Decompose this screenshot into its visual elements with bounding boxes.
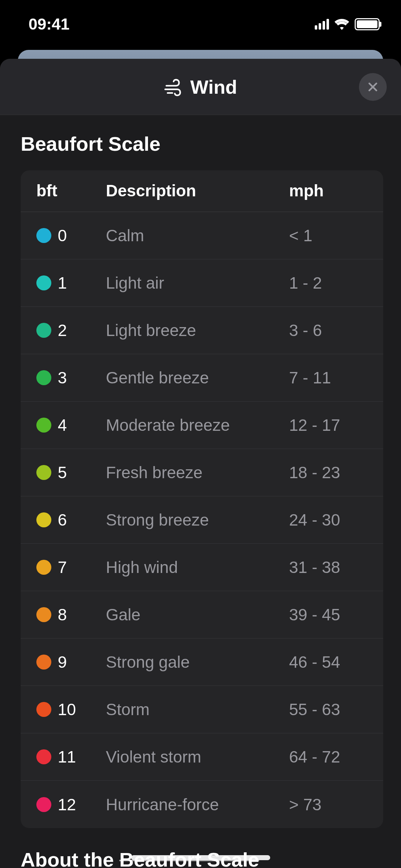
severity-dot-icon (36, 228, 51, 243)
status-bar: 09:41 (0, 0, 401, 43)
cell-description: Light breeze (106, 321, 289, 340)
table-row: 0Calm< 1 (21, 212, 383, 259)
severity-dot-icon (36, 749, 51, 764)
status-time: 09:41 (29, 15, 70, 33)
cell-bft: 7 (36, 558, 106, 577)
severity-dot-icon (36, 607, 51, 622)
cell-mph: 7 - 11 (289, 368, 367, 387)
table-row: 1Light air1 - 2 (21, 259, 383, 307)
table-row: 9Strong gale46 - 54 (21, 639, 383, 686)
bft-value: 1 (58, 273, 67, 293)
bft-value: 11 (58, 747, 76, 766)
cell-bft: 0 (36, 226, 106, 245)
bft-value: 9 (58, 652, 67, 672)
bft-value: 8 (58, 605, 67, 624)
cellular-signal-icon (315, 19, 329, 30)
bft-value: 4 (58, 415, 67, 435)
table-row: 10Storm55 - 63 (21, 686, 383, 733)
severity-dot-icon (36, 323, 51, 338)
cell-description: Fresh breeze (106, 463, 289, 482)
table-row: 7High wind31 - 38 (21, 544, 383, 591)
cell-bft: 9 (36, 652, 106, 672)
severity-dot-icon (36, 797, 51, 812)
wind-icon (164, 77, 183, 97)
severity-dot-icon (36, 655, 51, 670)
sheet-header: Wind (0, 59, 401, 115)
cell-bft: 6 (36, 510, 106, 529)
header-description: Description (106, 181, 289, 200)
severity-dot-icon (36, 512, 51, 527)
severity-dot-icon (36, 370, 51, 385)
section-title: Beaufort Scale (21, 132, 383, 155)
table-row: 5Fresh breeze18 - 23 (21, 449, 383, 496)
status-icons (315, 18, 380, 30)
table-row: 3Gentle breeze7 - 11 (21, 354, 383, 402)
bft-value: 6 (58, 510, 67, 529)
table-row: 6Strong breeze24 - 30 (21, 496, 383, 544)
header-title: Wind (190, 76, 237, 98)
cell-description: Strong gale (106, 652, 289, 672)
severity-dot-icon (36, 465, 51, 480)
table-header-row: bft Description mph (21, 170, 383, 212)
severity-dot-icon (36, 560, 51, 575)
header-mph: mph (289, 181, 367, 200)
cell-mph: 18 - 23 (289, 463, 367, 482)
cell-mph: 1 - 2 (289, 273, 367, 293)
cell-bft: 11 (36, 747, 106, 766)
close-icon (367, 81, 379, 93)
wifi-icon (334, 19, 350, 30)
home-indicator[interactable] (131, 855, 270, 860)
cell-description: High wind (106, 558, 289, 577)
bft-value: 3 (58, 368, 67, 387)
cell-description: Strong breeze (106, 510, 289, 529)
about-prefix: About the (21, 848, 119, 868)
bft-value: 5 (58, 463, 67, 482)
cell-mph: 3 - 6 (289, 321, 367, 340)
cell-bft: 8 (36, 605, 106, 624)
cell-bft: 1 (36, 273, 106, 293)
severity-dot-icon (36, 275, 51, 290)
bft-value: 7 (58, 558, 67, 577)
cell-bft: 12 (36, 795, 106, 814)
bft-value: 0 (58, 226, 67, 245)
beaufort-table: bft Description mph 0Calm< 11Light air1 … (21, 170, 383, 828)
cell-mph: 24 - 30 (289, 510, 367, 529)
cell-mph: > 73 (289, 795, 367, 814)
cell-description: Hurricane-force (106, 795, 289, 814)
cell-mph: 46 - 54 (289, 652, 367, 672)
cell-description: Light air (106, 273, 289, 293)
cell-mph: 31 - 38 (289, 558, 367, 577)
wind-sheet: Wind Beaufort Scale bft Description mph … (0, 59, 401, 868)
table-row: 2Light breeze3 - 6 (21, 307, 383, 354)
cell-mph: 55 - 63 (289, 700, 367, 719)
cell-description: Calm (106, 226, 289, 245)
severity-dot-icon (36, 418, 51, 433)
sheet-content: Beaufort Scale bft Description mph 0Calm… (0, 115, 401, 868)
header-title-wrap: Wind (164, 76, 237, 98)
close-button[interactable] (359, 73, 387, 101)
cell-bft: 4 (36, 415, 106, 435)
header-bft: bft (36, 181, 106, 200)
table-row: 8Gale39 - 45 (21, 591, 383, 639)
bft-value: 2 (58, 321, 67, 340)
severity-dot-icon (36, 702, 51, 717)
cell-description: Storm (106, 700, 289, 719)
cell-bft: 5 (36, 463, 106, 482)
bft-value: 12 (58, 795, 76, 814)
table-body: 0Calm< 11Light air1 - 22Light breeze3 - … (21, 212, 383, 828)
cell-description: Gentle breeze (106, 368, 289, 387)
table-row: 11Violent storm64 - 72 (21, 733, 383, 781)
battery-icon (355, 18, 380, 30)
cell-description: Violent storm (106, 747, 289, 766)
cell-mph: 12 - 17 (289, 415, 367, 435)
cell-mph: < 1 (289, 226, 367, 245)
cell-bft: 3 (36, 368, 106, 387)
table-row: 12Hurricane-force> 73 (21, 781, 383, 828)
cell-description: Moderate breeze (106, 415, 289, 435)
cell-mph: 64 - 72 (289, 747, 367, 766)
cell-mph: 39 - 45 (289, 605, 367, 624)
cell-bft: 10 (36, 700, 106, 719)
bft-value: 10 (58, 700, 76, 719)
table-row: 4Moderate breeze12 - 17 (21, 402, 383, 449)
cell-bft: 2 (36, 321, 106, 340)
